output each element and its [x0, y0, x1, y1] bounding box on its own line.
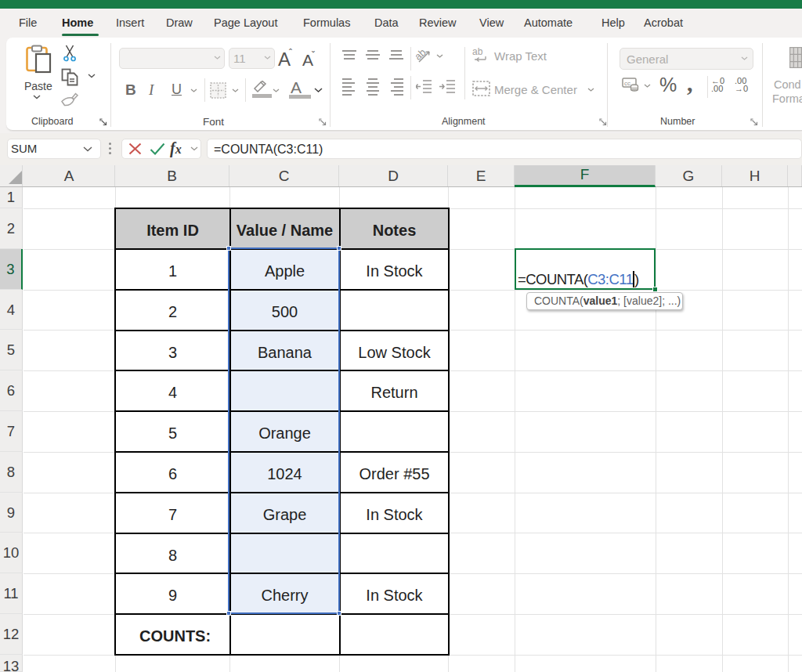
svg-text:ab: ab	[472, 47, 483, 57]
svg-text:cc: cc	[624, 80, 630, 87]
